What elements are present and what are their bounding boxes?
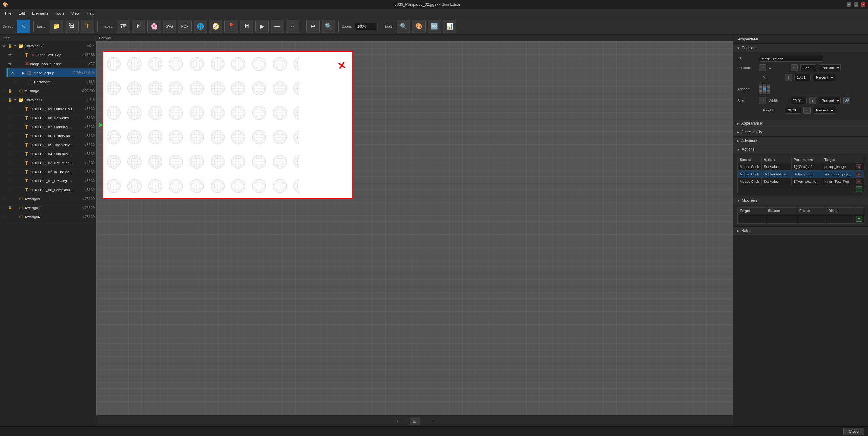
tree-row[interactable]: 👁 🔒 ⚙ ht_image ↘200,200	[0, 86, 96, 95]
select-tool-button[interactable]: ↖	[17, 20, 30, 33]
anchor-tc[interactable]	[763, 84, 766, 87]
menu-view[interactable]: View	[68, 10, 83, 17]
tree-row[interactable]: 👁 T TEXT BIG_04_Skin and Bones_V3 ↘36,30	[6, 149, 96, 158]
visibility-toggle[interactable]: 👁	[7, 115, 13, 121]
tree-row[interactable]: 👁 T TEXT BIG_02_In The Beginning_... ↘36…	[6, 167, 96, 176]
close-button[interactable]: Close	[843, 428, 864, 435]
menu-file[interactable]: File	[2, 10, 14, 17]
map-button[interactable]: 🗺	[117, 20, 130, 33]
tree-row[interactable]: 👁 T TEXT BIG_03_Nature and Urba... ↘42,3…	[6, 158, 96, 167]
tree-row[interactable]: 👁 🔒 ⚙ TextBig07 ↘758,29	[0, 203, 96, 212]
visibility-toggle[interactable]: 👁	[7, 169, 13, 175]
anchor-br[interactable]	[767, 91, 770, 94]
actions-section-header[interactable]: ▼ Actions	[734, 145, 868, 153]
tree-row[interactable]: 👁 Rectangle 1 ↘15,3	[11, 78, 96, 86]
cursor-button[interactable]: 🖱	[132, 20, 146, 33]
code-button[interactable]: {}	[286, 20, 300, 33]
expand-toggle[interactable]: ▶	[21, 71, 26, 75]
action-add-cell[interactable]: +	[854, 185, 864, 194]
tree-row[interactable]: 👁 T TEXT BIG_00_Pompidou Exhibt... ↘36,3…	[6, 185, 96, 194]
undo-button[interactable]: ↩	[306, 20, 320, 33]
tree-row[interactable]: 👁 T TEXT BIG_05_The Vertical City_V4 ↘36…	[6, 140, 96, 149]
height-unit-select[interactable]: Percent Pixel	[813, 107, 835, 114]
visibility-toggle[interactable]: 👁	[1, 196, 7, 202]
mod-add-cell[interactable]: +	[854, 214, 864, 224]
expand-toggle[interactable]: ▾	[13, 98, 17, 102]
visibility-toggle[interactable]: 👁	[7, 142, 13, 148]
lock-toggle[interactable]: 🔒	[8, 89, 12, 93]
canvas-area[interactable]: ✕ ➤	[96, 41, 733, 415]
visibility-toggle[interactable]: 👁	[7, 160, 13, 166]
add-modifier-button[interactable]: +	[856, 216, 862, 222]
anchor-bc[interactable]	[763, 91, 766, 94]
x-unit-select[interactable]: Percent Pixel	[819, 64, 841, 71]
visibility-toggle[interactable]: 👁	[7, 124, 13, 130]
anchor-tl[interactable]	[759, 84, 763, 87]
size-icon-button[interactable]: ↔	[759, 97, 766, 104]
add-action-button[interactable]: +	[856, 186, 862, 192]
tree-row[interactable]: 👁 T TEXT BIG_06_History and Tradit... ↘3…	[6, 132, 96, 140]
tree-row[interactable]: 👁 🔒 ▾ 📁 Container 1 ◇-2,-6	[0, 95, 96, 105]
accessibility-section-header[interactable]: ▶ Accessibility	[734, 128, 868, 136]
anchor-mr[interactable]	[767, 87, 770, 91]
lock-toggle[interactable]: 🔒	[8, 98, 12, 102]
width-input[interactable]: 79.91	[790, 97, 807, 104]
modifiers-section-header[interactable]: ▼ Modifiers	[734, 196, 868, 205]
next-nav-button[interactable]: →	[426, 417, 436, 425]
delete-action-2-button[interactable]: ✕	[856, 172, 861, 177]
visibility-toggle[interactable]: 👁	[7, 178, 13, 184]
y-unit-select[interactable]: Percent Pixel	[813, 74, 835, 81]
visibility-toggle[interactable]: 👁	[7, 106, 13, 112]
action-del-2[interactable]: ✕	[854, 171, 864, 178]
chart-button[interactable]: 📊	[443, 20, 457, 33]
flower-button[interactable]: 🌸	[147, 20, 161, 33]
delete-action-1-button[interactable]: ✕	[856, 164, 861, 169]
globe-button[interactable]: 🌐	[193, 20, 207, 33]
action-row-1[interactable]: Mouse Click Set Value $(r)$(hd) / 0 popu…	[738, 163, 864, 171]
action-del-3[interactable]: ✕	[854, 178, 864, 185]
menu-tools[interactable]: Tools	[52, 10, 67, 17]
width-stepper-up[interactable]: ▲	[809, 97, 816, 104]
visibility-toggle[interactable]: 👁	[13, 79, 19, 85]
folder-tool-button[interactable]: 📁	[50, 20, 63, 33]
monitor-button[interactable]: 🖥	[240, 20, 253, 33]
anchor-tr[interactable]	[767, 84, 770, 87]
delete-action-3-button[interactable]: ✕	[856, 179, 861, 184]
zoom-input[interactable]: 100%	[355, 23, 377, 30]
canvas-popup-element[interactable]: ✕ ➤	[103, 51, 353, 199]
visibility-toggle[interactable]: 👁	[1, 214, 7, 220]
tree-content[interactable]: 👁 🔒 ▾ 📁 Container 2 ◇0,-4 👁 T ✕ Inner_Te…	[0, 41, 96, 426]
visibility-toggle[interactable]: 👁	[7, 187, 13, 193]
search-tool-button[interactable]: 🔍	[322, 20, 335, 33]
visibility-toggle[interactable]: 👁	[1, 205, 7, 211]
action-del-1[interactable]: ✕	[854, 163, 864, 171]
pin-button[interactable]: 📍	[224, 20, 238, 33]
notes-section-header[interactable]: ▶ Notes	[734, 227, 868, 235]
pdf-button[interactable]: PDF	[178, 20, 192, 33]
tree-row[interactable]: 👁 ⚙ TextBig06 ↘758,29	[0, 212, 96, 222]
position-section-header[interactable]: ▼ Position	[734, 44, 868, 52]
gps-button[interactable]: 🧭	[209, 20, 222, 33]
anchor-ml[interactable]	[759, 87, 763, 91]
tree-row[interactable]: 👁 T TEXT BIG_07_Planning and Plac... ↘36…	[6, 122, 96, 132]
menu-help[interactable]: Help	[84, 10, 98, 17]
anchor-mc[interactable]	[763, 87, 766, 91]
action-row-3[interactable]: Mouse Click Set Value $("var_textinfo...…	[738, 178, 864, 185]
visibility-toggle[interactable]: 👁	[1, 88, 7, 94]
image-tool-button[interactable]: 🖼	[65, 20, 79, 33]
tree-row[interactable]: 👁 🔒 ▾ 📁 Container 2 ◇0,-4	[0, 41, 96, 51]
id-input[interactable]: image_popup	[759, 55, 824, 62]
lock-toggle[interactable]: 🔒	[8, 206, 12, 210]
minimize-button[interactable]: ─	[847, 2, 851, 7]
x-input[interactable]: 0.56	[800, 64, 816, 71]
appearance-section-header[interactable]: ▶ Appearance	[734, 119, 868, 127]
expand-toggle[interactable]: ▾	[13, 44, 17, 48]
play-button[interactable]: ▶	[255, 20, 269, 33]
width-unit-select[interactable]: Percent Pixel	[819, 97, 841, 104]
advanced-section-header[interactable]: ▶ Advanced	[734, 137, 868, 145]
tree-row[interactable]: 👁 T TEXT BIG_09_Futures_V1 ↘36,30	[6, 105, 96, 113]
visibility-toggle[interactable]: 👁	[7, 151, 13, 157]
zoom-tool-button[interactable]: 🔍	[397, 20, 410, 33]
action-row-2[interactable]: Mouse Click Set Variable V... Set(=) / t…	[738, 171, 864, 178]
visibility-toggle[interactable]: 👁	[7, 52, 13, 58]
